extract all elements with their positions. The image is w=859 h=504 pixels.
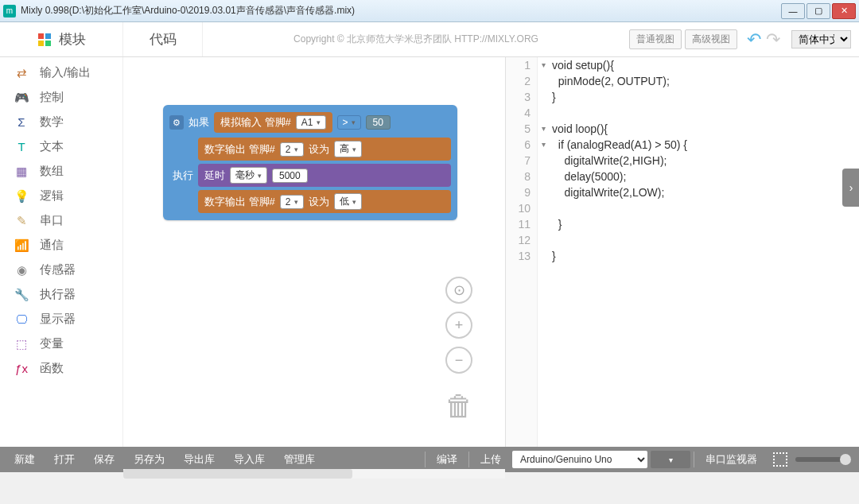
saveas-button[interactable]: 另存为 bbox=[126, 449, 173, 470]
expand-panel-button[interactable]: › bbox=[842, 169, 859, 207]
zoom-slider[interactable] bbox=[795, 457, 851, 462]
sensor-icon: ◉ bbox=[13, 263, 30, 277]
cat-display[interactable]: 🖵显示器 bbox=[0, 307, 122, 331]
minimize-button[interactable]: — bbox=[781, 3, 805, 19]
app-icon: m bbox=[3, 5, 16, 17]
if-label: 如果 bbox=[189, 115, 209, 130]
workspace-scrollbar[interactable] bbox=[123, 469, 505, 479]
open-button[interactable]: 打开 bbox=[46, 449, 83, 470]
tab-modules[interactable]: 模块 bbox=[0, 22, 123, 56]
code-content[interactable]: void setup(){ pinMode(2, OUTPUT); } void… bbox=[549, 57, 859, 447]
block-workspace[interactable]: ⚙ 如果 模拟输入 管脚# A1 > 50 执行 数字输出 管脚# 2 bbox=[123, 57, 505, 447]
cat-io[interactable]: ⇄输入/输出 bbox=[0, 60, 122, 85]
comm-icon: 📶 bbox=[13, 238, 30, 253]
puzzle-icon bbox=[37, 32, 52, 48]
language-select[interactable]: 简体中文 bbox=[791, 30, 851, 48]
window-titlebar: m Mixly 0.998(D:\初始化工作室\Arduino-0\2019.0… bbox=[0, 0, 859, 22]
tab-modules-label: 模块 bbox=[59, 30, 86, 48]
delay-value[interactable]: 5000 bbox=[272, 169, 308, 183]
compile-button[interactable]: 编译 bbox=[429, 449, 465, 470]
control-icon: 🎮 bbox=[13, 91, 30, 105]
block-program[interactable]: ⚙ 如果 模拟输入 管脚# A1 > 50 执行 数字输出 管脚# 2 bbox=[163, 105, 457, 220]
math-icon: Σ bbox=[13, 115, 30, 129]
cat-comm[interactable]: 📶通信 bbox=[0, 233, 122, 258]
advanced-view-button[interactable]: 高级视图 bbox=[685, 29, 737, 49]
export-button[interactable]: 导出库 bbox=[176, 449, 223, 470]
cat-logic[interactable]: 💡逻辑 bbox=[0, 184, 122, 208]
analog-read-block[interactable]: 模拟输入 管脚# A1 bbox=[214, 112, 332, 133]
svg-rect-0 bbox=[38, 33, 44, 39]
import-button[interactable]: 导入库 bbox=[226, 449, 273, 470]
redo-button[interactable]: ↷ bbox=[766, 29, 780, 50]
cat-function[interactable]: ƒx函数 bbox=[0, 356, 122, 381]
svg-rect-2 bbox=[38, 41, 44, 46]
io-icon: ⇄ bbox=[13, 66, 30, 80]
compare-op-dropdown[interactable]: > bbox=[337, 115, 361, 130]
manage-button[interactable]: 管理库 bbox=[276, 449, 323, 470]
port-select[interactable]: ▾ bbox=[651, 451, 690, 468]
center-button[interactable]: ⊙ bbox=[445, 277, 472, 304]
cat-math[interactable]: Σ数学 bbox=[0, 110, 122, 134]
zoom-out-button[interactable]: − bbox=[445, 347, 472, 374]
chip-icon[interactable] bbox=[773, 452, 787, 467]
upload-button[interactable]: 上传 bbox=[472, 449, 509, 470]
svg-rect-1 bbox=[45, 33, 51, 39]
dw2-pin-dropdown[interactable]: 2 bbox=[280, 195, 304, 209]
code-panel: 12345678910111213 ▾▾▾ void setup(){ pinM… bbox=[505, 57, 859, 447]
delay-unit-dropdown[interactable]: 毫秒 bbox=[230, 167, 267, 184]
maximize-button[interactable]: ▢ bbox=[807, 3, 830, 19]
workspace-controls: ⊙ + − 🗑 bbox=[445, 277, 473, 423]
main-area: ⇄输入/输出 🎮控制 Σ数学 T文本 ▦数组 💡逻辑 ✎串口 📶通信 ◉传感器 … bbox=[0, 57, 859, 447]
board-select[interactable]: Arduino/Genuino Uno bbox=[512, 451, 647, 468]
tab-code-label: 代码 bbox=[150, 30, 177, 48]
digital-write-low-block[interactable]: 数字输出 管脚# 2 设为 低 bbox=[198, 190, 451, 213]
if-block[interactable]: ⚙ 如果 模拟输入 管脚# A1 > 50 执行 数字输出 管脚# 2 bbox=[163, 105, 457, 220]
cat-actuator[interactable]: 🔧执行器 bbox=[0, 282, 122, 307]
gear-icon[interactable]: ⚙ bbox=[169, 115, 184, 130]
category-sidebar: ⇄输入/输出 🎮控制 Σ数学 T文本 ▦数组 💡逻辑 ✎串口 📶通信 ◉传感器 … bbox=[0, 57, 123, 447]
serial-icon: ✎ bbox=[13, 214, 30, 228]
tab-code[interactable]: 代码 bbox=[123, 22, 203, 56]
cat-serial[interactable]: ✎串口 bbox=[0, 208, 122, 233]
cat-text[interactable]: T文本 bbox=[0, 134, 122, 159]
save-button[interactable]: 保存 bbox=[86, 449, 122, 470]
cat-array[interactable]: ▦数组 bbox=[0, 159, 122, 184]
window-title: Mixly 0.998(D:\初始化工作室\Arduino-0\2019.03.… bbox=[21, 4, 779, 17]
display-icon: 🖵 bbox=[13, 312, 30, 326]
logic-icon: 💡 bbox=[13, 189, 30, 204]
actuator-icon: 🔧 bbox=[13, 288, 30, 302]
cat-variable[interactable]: ⬚变量 bbox=[0, 331, 122, 356]
svg-rect-3 bbox=[45, 41, 51, 46]
copyright-text: Copyright © 北京师范大学米思齐团队 HTTP://MIXLY.ORG bbox=[203, 33, 629, 46]
delay-block[interactable]: 延时 毫秒 5000 bbox=[198, 164, 451, 187]
dw1-value-dropdown[interactable]: 高 bbox=[334, 141, 362, 157]
cat-control[interactable]: 🎮控制 bbox=[0, 85, 122, 110]
new-button[interactable]: 新建 bbox=[6, 449, 43, 470]
serial-monitor-button[interactable]: 串口监视器 bbox=[698, 449, 765, 470]
function-icon: ƒx bbox=[13, 362, 30, 375]
dw2-value-dropdown[interactable]: 低 bbox=[334, 193, 362, 210]
cat-sensor[interactable]: ◉传感器 bbox=[0, 258, 122, 282]
dw1-pin-dropdown[interactable]: 2 bbox=[280, 142, 304, 157]
top-toolbar: 模块 代码 Copyright © 北京师范大学米思齐团队 HTTP://MIX… bbox=[0, 22, 859, 57]
analog-pin-dropdown[interactable]: A1 bbox=[296, 115, 326, 130]
text-icon: T bbox=[13, 140, 30, 153]
fold-column[interactable]: ▾▾▾ bbox=[538, 57, 549, 447]
array-icon: ▦ bbox=[13, 165, 30, 179]
zoom-in-button[interactable]: + bbox=[445, 312, 472, 339]
digital-write-high-block[interactable]: 数字输出 管脚# 2 设为 高 bbox=[198, 138, 451, 161]
line-gutter: 12345678910111213 bbox=[506, 57, 538, 447]
variable-icon: ⬚ bbox=[13, 337, 30, 351]
exec-label: 执行 bbox=[173, 169, 193, 183]
close-button[interactable]: ✕ bbox=[832, 3, 856, 19]
trash-icon[interactable]: 🗑 bbox=[445, 390, 473, 423]
undo-button[interactable]: ↶ bbox=[747, 29, 761, 50]
normal-view-button[interactable]: 普通视图 bbox=[629, 29, 682, 49]
compare-value[interactable]: 50 bbox=[366, 115, 391, 130]
